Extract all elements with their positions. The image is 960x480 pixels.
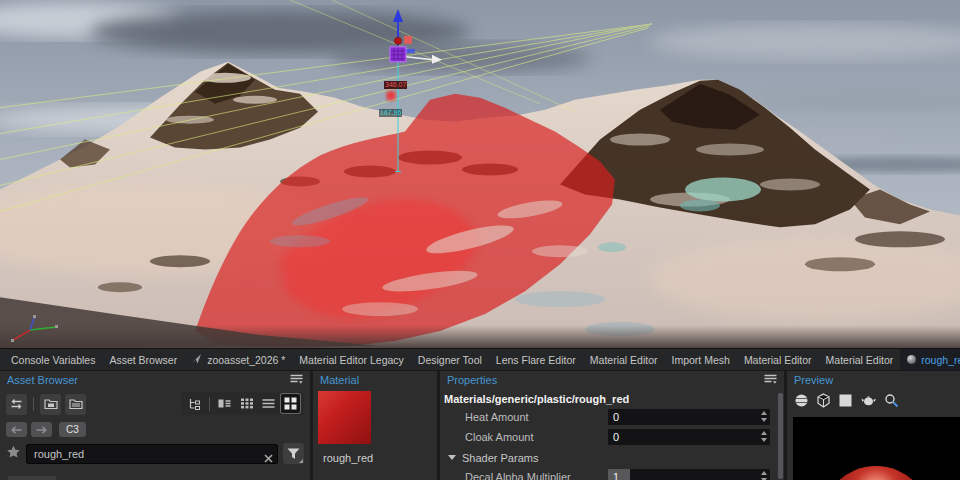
gizmo-distance-label: 346.07 (384, 81, 407, 89)
search-box (26, 444, 278, 464)
property-row-cloak-amount: Cloak Amount 0 (440, 427, 770, 446)
large-thumbnails-button[interactable] (281, 394, 300, 413)
property-label: Cloak Amount (440, 431, 608, 443)
collapse-caret-icon (448, 455, 456, 460)
asset-search-input[interactable] (26, 444, 278, 464)
properties-panel-title: Properties (447, 374, 497, 386)
material-panel-title: Material (320, 374, 359, 386)
toolbar-separator (209, 397, 210, 411)
viewport-3d[interactable]: 346.07 167.96 (0, 0, 960, 349)
teapot-preview-icon[interactable] (860, 393, 877, 411)
property-label: Heat Amount (440, 411, 608, 423)
import-folder-button[interactable] (40, 394, 61, 415)
details-view-button[interactable] (215, 394, 234, 413)
back-button[interactable] (6, 422, 27, 437)
toolbar-separator (33, 397, 34, 411)
material-asset-path: Materials/generic/plastic/rough_red (444, 393, 780, 405)
material-sphere-icon (907, 355, 916, 364)
small-thumbnails-button[interactable] (237, 394, 256, 413)
decal-alpha-multiplier-slider[interactable]: 1 (608, 469, 770, 480)
level-dart-icon (191, 353, 202, 366)
preview-panel: Preview (787, 371, 960, 480)
properties-panel: Properties Materials/generic/plastic/rou… (440, 371, 784, 480)
viewport-scene (0, 0, 960, 348)
recent-assets-button[interactable] (6, 394, 27, 415)
material-panel: Material rough_red (313, 371, 437, 480)
property-row-decal-alpha: Decal Alpha Multiplier 1 (440, 467, 770, 480)
spinner-control[interactable] (758, 471, 770, 480)
material-preview-viewport[interactable] (793, 417, 960, 480)
cloak-amount-input[interactable]: 0 (608, 429, 770, 445)
cube-preview-icon[interactable] (816, 393, 831, 412)
tab-material-editor-legacy[interactable]: Material Editor Legacy (292, 349, 410, 370)
tab-zooasset[interactable]: zooasset_2026 * (184, 349, 292, 370)
properties-scrollbar[interactable] (778, 393, 783, 479)
application-window: 346.07 167.96 Console Variables Asset Br… (0, 0, 960, 480)
tab-lens-flare-editor[interactable]: Lens Flare Editor (489, 349, 583, 370)
property-label: Decal Alpha Multiplier (440, 471, 608, 480)
gizmo-height-label: 167.96 (379, 109, 402, 117)
spinner-control[interactable] (758, 431, 770, 442)
tab-console-variables[interactable]: Console Variables (4, 349, 102, 370)
asset-browser-panel: Asset Browser (0, 371, 310, 480)
slider-handle[interactable]: 1 (608, 469, 630, 480)
panel-menu-icon[interactable] (290, 371, 303, 389)
list-view-button[interactable] (259, 394, 278, 413)
material-name-label: rough_red (323, 452, 437, 464)
sphere-preview-icon[interactable] (794, 393, 809, 412)
preview-panel-title: Preview (794, 374, 833, 386)
open-folder-button[interactable] (65, 394, 86, 415)
shader-params-section-header[interactable]: Shader Params (440, 449, 784, 466)
asset-tile-partial[interactable] (8, 476, 56, 480)
docked-panels: Asset Browser (0, 371, 960, 480)
asset-browser-title: Asset Browser (7, 374, 78, 386)
clear-search-icon[interactable] (264, 449, 273, 467)
preview-sphere (821, 466, 931, 480)
spinner-control[interactable] (758, 411, 770, 422)
tab-import-mesh[interactable]: Import Mesh (665, 349, 737, 370)
panel-menu-icon[interactable] (764, 371, 777, 389)
filter-button[interactable] (283, 443, 304, 464)
plane-preview-icon[interactable] (838, 393, 853, 412)
tab-material-editor-2[interactable]: Material Editor (737, 349, 819, 370)
tab-material-editor-3[interactable]: Material Editor (819, 349, 901, 370)
tree-view-button[interactable] (185, 394, 204, 413)
view-mode-group (181, 392, 304, 415)
tab-material-editor-1[interactable]: Material Editor (583, 349, 665, 370)
favorites-star-icon[interactable] (6, 445, 21, 463)
editor-tab-bar: Console Variables Asset Browser zooasset… (0, 349, 960, 371)
zoom-magnifier-icon[interactable] (884, 393, 899, 412)
material-thumbnail[interactable] (318, 391, 371, 444)
tab-rough-red-active[interactable]: rough_red * (900, 349, 960, 370)
tab-asset-browser[interactable]: Asset Browser (102, 349, 184, 370)
property-row-heat-amount: Heat Amount 0 (440, 407, 770, 426)
forward-button[interactable] (31, 422, 52, 437)
breadcrumb-folder[interactable]: C3 (59, 422, 86, 437)
heat-amount-input[interactable]: 0 (608, 409, 770, 425)
tab-designer-tool[interactable]: Designer Tool (411, 349, 489, 370)
